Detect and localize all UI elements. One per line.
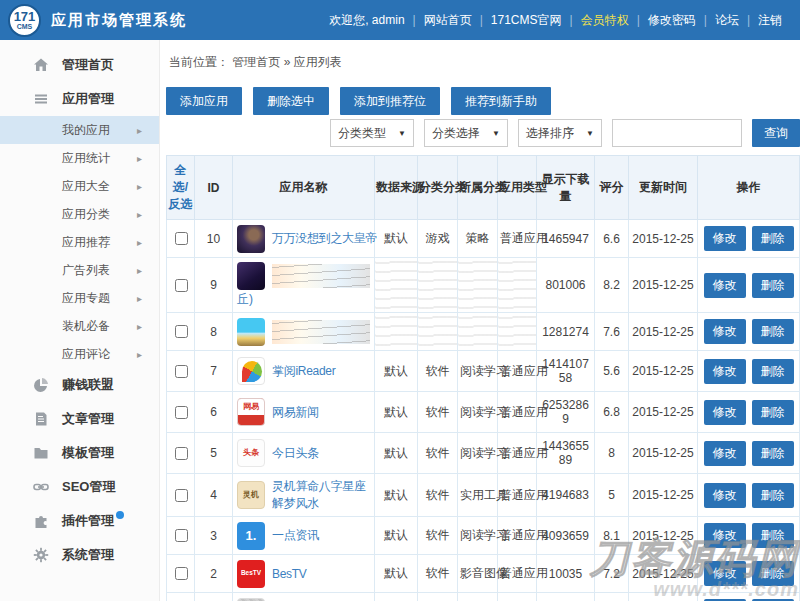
- filter-select-3[interactable]: 选择排序▼: [518, 119, 602, 147]
- top-link-6[interactable]: 注销: [750, 12, 790, 29]
- app-type-cell: 普通应用: [498, 392, 537, 433]
- chevron-right-icon: ▸: [137, 265, 142, 276]
- sidebar-subitem[interactable]: 我的应用▸: [0, 116, 159, 144]
- delete-button[interactable]: 删除: [752, 319, 794, 344]
- delete-button[interactable]: 删除: [752, 273, 794, 298]
- top-link-1[interactable]: 网站首页: [416, 12, 480, 29]
- row-checkbox[interactable]: [175, 365, 188, 378]
- app-icon-label: BesTV: [241, 570, 261, 577]
- toolbar-button-4[interactable]: 推荐到新手助: [451, 87, 551, 115]
- sidebar-item[interactable]: 插件管理: [0, 504, 159, 538]
- delete-button[interactable]: 删除: [752, 441, 794, 466]
- edit-button[interactable]: 修改: [704, 483, 746, 508]
- toolbar-button-1[interactable]: 添加应用: [166, 87, 242, 115]
- edit-button[interactable]: 修改: [704, 400, 746, 425]
- select-all-toggle[interactable]: 全选/反选: [167, 156, 195, 220]
- delete-button[interactable]: 删除: [752, 400, 794, 425]
- search-button[interactable]: 查询: [752, 119, 800, 147]
- sidebar-subitem-label: 应用统计: [62, 150, 110, 167]
- top-link-3[interactable]: 会员特权: [573, 12, 637, 29]
- sidebar-subitem[interactable]: 应用专题▸: [0, 284, 159, 312]
- table-row: 6网易网易新闻默认软件阅读学习普通应用625328696.82015-12-25…: [167, 392, 800, 433]
- updated-cell: 2015-12-25: [629, 555, 698, 593]
- ops-cell: 修改删除: [698, 313, 800, 351]
- source-cell: 默认: [375, 220, 418, 258]
- row-checkbox[interactable]: [175, 279, 188, 292]
- sidebar-item[interactable]: 赚钱联盟: [0, 368, 159, 402]
- toolbar-button-2[interactable]: 删除选中: [253, 87, 329, 115]
- dark-portrait-icon: [237, 225, 265, 253]
- filter-select-1[interactable]: 分类类型▼: [330, 119, 414, 147]
- sidebar-subitem[interactable]: 应用统计▸: [0, 144, 159, 172]
- score-cell: 6.6: [595, 220, 629, 258]
- cat-type-cell: [418, 313, 458, 351]
- row-checkbox[interactable]: [175, 325, 188, 338]
- row-checkbox[interactable]: [175, 406, 188, 419]
- column-header: 分类分类: [418, 156, 458, 220]
- chevron-down-icon: ▼: [398, 129, 406, 138]
- edit-button[interactable]: 修改: [704, 226, 746, 251]
- app-name-link[interactable]: BesTV: [272, 567, 307, 581]
- row-checkbox[interactable]: [175, 232, 188, 245]
- delete-button[interactable]: 删除: [752, 483, 794, 508]
- sidebar-item[interactable]: SEO管理: [0, 470, 159, 504]
- app-name-link[interactable]: 一点资讯: [272, 527, 319, 544]
- app-name-link[interactable]: 今日头条: [272, 445, 319, 462]
- updated-cell: 2015-12-25: [629, 433, 698, 474]
- toolbar-button-3[interactable]: 添加到推荐位: [340, 87, 440, 115]
- delete-button[interactable]: 删除: [752, 561, 794, 586]
- sidebar-item[interactable]: 管理首页: [0, 48, 159, 82]
- edit-button[interactable]: 修改: [704, 319, 746, 344]
- source-cell: [375, 258, 418, 313]
- sky-scene-icon: [237, 318, 265, 346]
- updated-cell: 2015-12-25: [629, 351, 698, 392]
- sidebar-subitem[interactable]: 应用评论▸: [0, 340, 159, 368]
- sidebar-item[interactable]: 文章管理: [0, 402, 159, 436]
- delete-button[interactable]: 删除: [752, 226, 794, 251]
- name-cell: 网易网易新闻: [233, 392, 375, 433]
- row-checkbox[interactable]: [175, 447, 188, 460]
- source-cell: [375, 313, 418, 351]
- score-cell: 8.1: [595, 517, 629, 555]
- app-name-link[interactable]: 网易新闻: [272, 404, 319, 421]
- updated-cell: 2015-12-25: [629, 392, 698, 433]
- sidebar-item[interactable]: 系统管理: [0, 538, 159, 572]
- delete-button[interactable]: 删除: [752, 523, 794, 548]
- updated-cell: 2015-12-25: [629, 220, 698, 258]
- edit-button[interactable]: 修改: [704, 441, 746, 466]
- score-cell: 5.6: [595, 351, 629, 392]
- row-checkbox[interactable]: [175, 489, 188, 502]
- top-link-2[interactable]: 171CMS官网: [483, 12, 570, 29]
- checkbox-cell: [167, 433, 195, 474]
- search-input[interactable]: [612, 119, 742, 147]
- breadcrumb-home-link[interactable]: 管理首页: [232, 55, 280, 69]
- app-name-link[interactable]: 万万没想到之大皇帝: [272, 230, 377, 247]
- sidebar-subitem[interactable]: 应用分类▸: [0, 200, 159, 228]
- category-cell: 阅读学习: [458, 433, 498, 474]
- sidebar-subitem[interactable]: 应用大全▸: [0, 172, 159, 200]
- id-cell: 1: [195, 593, 233, 601]
- edit-button[interactable]: 修改: [704, 273, 746, 298]
- edit-button[interactable]: 修改: [704, 561, 746, 586]
- sidebar-item[interactable]: 应用管理: [0, 82, 159, 116]
- censored-name-blur: [272, 320, 370, 344]
- row-checkbox[interactable]: [175, 529, 188, 542]
- category-cell: 实用工具: [458, 474, 498, 517]
- edit-button[interactable]: 修改: [704, 523, 746, 548]
- sidebar-subitem[interactable]: 广告列表▸: [0, 256, 159, 284]
- sidebar-item-label: 管理首页: [62, 56, 114, 74]
- sidebar-subitem[interactable]: 装机必备▸: [0, 312, 159, 340]
- filter-select-2[interactable]: 分类选择▼: [424, 119, 508, 147]
- top-link-5[interactable]: 论坛: [707, 12, 747, 29]
- sidebar-subitem[interactable]: 应用推荐▸: [0, 228, 159, 256]
- app-name-link[interactable]: 掌阅iReader: [272, 363, 335, 380]
- top-link-4[interactable]: 修改密码: [640, 12, 704, 29]
- app-name-link[interactable]: 灵机算命八字星座解梦风水: [272, 478, 370, 512]
- edit-button[interactable]: 修改: [704, 359, 746, 384]
- delete-button[interactable]: 删除: [752, 359, 794, 384]
- name-cell: [233, 313, 375, 351]
- chevron-right-icon: ▸: [137, 349, 142, 360]
- sidebar-item[interactable]: 模板管理: [0, 436, 159, 470]
- cat-type-cell: 软件: [418, 474, 458, 517]
- row-checkbox[interactable]: [175, 567, 188, 580]
